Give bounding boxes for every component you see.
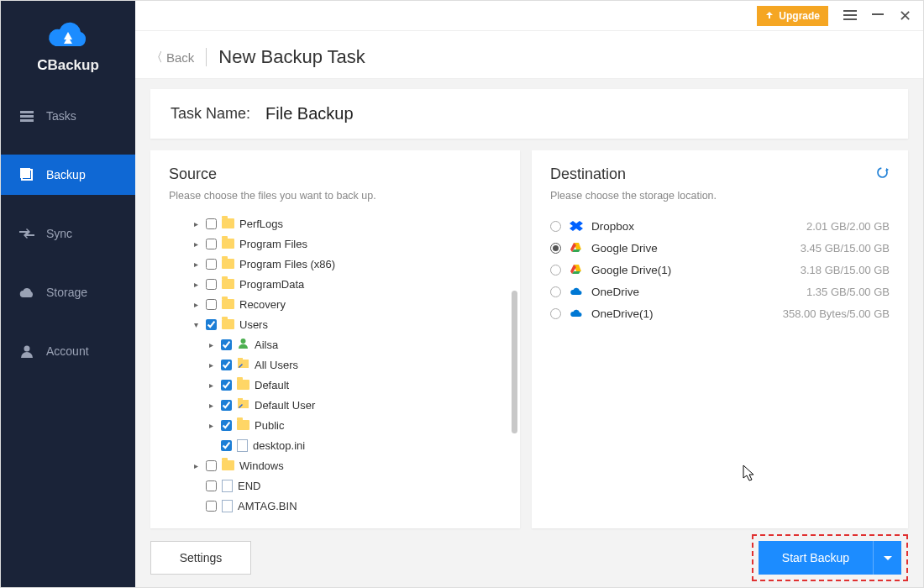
- tree-checkbox[interactable]: [206, 259, 217, 270]
- destination-panel: Destination Please choose the storage lo…: [532, 150, 908, 528]
- destination-name: Dropbox: [591, 220, 634, 233]
- tree-row[interactable]: ▸Public: [165, 415, 500, 435]
- close-button[interactable]: ✕: [899, 8, 911, 24]
- sidebar-item-sync[interactable]: Sync: [1, 213, 135, 254]
- upload-icon: [765, 12, 774, 20]
- destination-option[interactable]: Google Drive3.45 GB/15.00 GB: [550, 237, 890, 259]
- expand-toggle-icon[interactable]: ▸: [191, 461, 201, 470]
- tree-checkbox[interactable]: [221, 380, 232, 391]
- expand-toggle-icon[interactable]: ▸: [191, 219, 201, 228]
- expand-toggle-icon[interactable]: ▸: [206, 360, 216, 370]
- file-icon: [222, 500, 233, 512]
- cloud-logo-icon: [47, 19, 89, 49]
- tree-row[interactable]: ▸PerfLogs: [165, 213, 500, 234]
- tree-row[interactable]: ▸Program Files (x86): [165, 254, 500, 274]
- task-name-value[interactable]: File Backup: [265, 104, 354, 123]
- scrollbar-thumb[interactable]: [512, 291, 517, 433]
- expand-toggle-icon[interactable]: ▸: [191, 300, 201, 309]
- tree-checkbox[interactable]: [206, 239, 217, 249]
- start-backup-button[interactable]: Start Backup: [759, 541, 901, 575]
- source-tree: ▸PerfLogs▸Program Files▸Program Files (x…: [150, 207, 520, 528]
- tree-row[interactable]: AMTAG.BIN: [165, 496, 500, 516]
- sidebar-item-tasks[interactable]: Tasks: [1, 96, 135, 136]
- tree-checkbox[interactable]: [221, 440, 232, 451]
- destination-radio[interactable]: [550, 308, 561, 319]
- tree-checkbox[interactable]: [206, 480, 217, 491]
- destination-size: 1.35 GB/5.00 GB: [806, 286, 890, 298]
- tree-checkbox[interactable]: [221, 339, 232, 350]
- sidebar-item-label: Storage: [46, 286, 87, 299]
- expand-toggle-icon[interactable]: ▸: [206, 421, 216, 430]
- upgrade-button[interactable]: Upgrade: [757, 6, 828, 26]
- tree-checkbox[interactable]: [206, 501, 217, 512]
- tree-item-label: desktop.ini: [253, 439, 305, 452]
- tree-item-label: AMTAG.BIN: [238, 500, 297, 512]
- destination-radio[interactable]: [550, 221, 561, 232]
- source-panel: Source Please choose the files you want …: [150, 150, 520, 528]
- tree-row[interactable]: ▸Default User: [165, 395, 500, 415]
- back-button[interactable]: 〈 Back: [150, 50, 194, 66]
- folder-icon: [237, 420, 249, 430]
- destination-option[interactable]: OneDrive(1)358.00 Bytes/5.00 GB: [550, 302, 890, 324]
- tree-item-label: Recovery: [239, 298, 286, 311]
- folder-icon: [222, 218, 234, 228]
- expand-toggle-icon[interactable]: ▾: [191, 320, 201, 329]
- tree-checkbox[interactable]: [206, 279, 217, 290]
- tree-checkbox[interactable]: [206, 218, 217, 229]
- svg-point-5: [24, 346, 30, 352]
- destination-option[interactable]: Dropbox2.01 GB/2.00 GB: [550, 215, 890, 237]
- destination-title: Destination: [550, 165, 626, 183]
- destination-radio[interactable]: [550, 243, 561, 254]
- sidebar-item-backup[interactable]: Backup: [1, 155, 135, 195]
- sidebar-item-account[interactable]: Account: [1, 331, 135, 371]
- expand-toggle-icon[interactable]: ▸: [191, 280, 201, 289]
- tree-row[interactable]: desktop.ini: [165, 435, 500, 455]
- folder-icon: [222, 460, 234, 470]
- folder-icon: [222, 319, 234, 329]
- expand-toggle-icon[interactable]: ▸: [191, 260, 201, 269]
- sidebar-item-storage[interactable]: Storage: [1, 272, 135, 312]
- start-backup-dropdown[interactable]: [873, 541, 901, 575]
- menu-icon[interactable]: [843, 8, 857, 24]
- settings-button[interactable]: Settings: [150, 541, 251, 575]
- tree-checkbox[interactable]: [221, 400, 232, 411]
- expand-toggle-icon[interactable]: ▸: [206, 340, 216, 349]
- destination-radio[interactable]: [550, 265, 561, 276]
- folder-icon: [222, 279, 234, 289]
- tree-row[interactable]: ▸Program Files: [165, 234, 500, 254]
- tree-checkbox[interactable]: [221, 420, 232, 431]
- file-icon: [237, 439, 248, 452]
- expand-toggle-icon[interactable]: ▸: [206, 401, 216, 410]
- tree-checkbox[interactable]: [221, 360, 232, 370]
- source-subtitle: Please choose the files you want to back…: [169, 190, 501, 202]
- destination-option[interactable]: Google Drive(1)3.18 GB/15.00 GB: [550, 259, 890, 281]
- tree-row[interactable]: ▸All Users: [165, 354, 500, 375]
- panels-container: Source Please choose the files you want …: [135, 139, 923, 528]
- refresh-icon[interactable]: [875, 165, 890, 183]
- tree-row[interactable]: ▾Users: [165, 314, 500, 334]
- folder-icon: [222, 239, 234, 249]
- expand-toggle-icon[interactable]: ▸: [206, 381, 216, 390]
- tree-row[interactable]: ▸Default: [165, 375, 500, 395]
- destination-size: 3.45 GB/15.00 GB: [801, 242, 890, 255]
- destination-option[interactable]: OneDrive1.35 GB/5.00 GB: [550, 281, 890, 302]
- tree-row[interactable]: END: [165, 475, 500, 496]
- tree-checkbox[interactable]: [206, 319, 217, 330]
- destination-size: 3.18 GB/15.00 GB: [801, 264, 890, 276]
- app-brand-text: CBackup: [37, 57, 99, 74]
- tree-checkbox[interactable]: [206, 299, 217, 310]
- tree-item-label: Default User: [255, 399, 315, 412]
- tree-checkbox[interactable]: [206, 460, 217, 471]
- tree-row[interactable]: ▸Windows: [165, 455, 500, 475]
- dropbox-icon: [570, 219, 583, 233]
- tree-row[interactable]: ▸Recovery: [165, 294, 500, 314]
- window-controls: ✕: [843, 8, 911, 24]
- minimize-button[interactable]: [872, 13, 884, 15]
- destination-subtitle: Please choose the storage location.: [550, 190, 890, 202]
- expand-toggle-icon[interactable]: ▸: [191, 239, 201, 249]
- destination-radio[interactable]: [550, 286, 561, 297]
- tree-row[interactable]: ▸ProgramData: [165, 274, 500, 294]
- tree-row[interactable]: ▸Ailsa: [165, 334, 500, 354]
- destination-name: Google Drive: [591, 242, 658, 255]
- tree-item-label: Program Files (x86): [239, 258, 335, 270]
